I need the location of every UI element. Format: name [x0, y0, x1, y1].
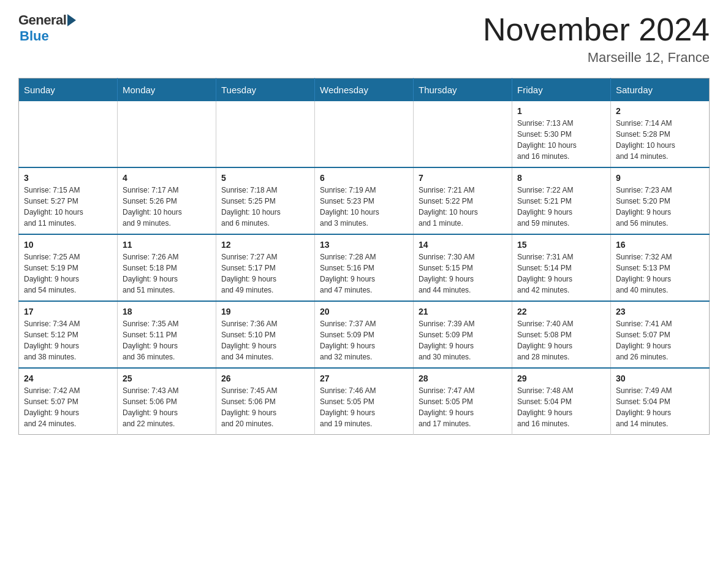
calendar-cell: 4Sunrise: 7:17 AM Sunset: 5:26 PM Daylig…: [118, 167, 216, 234]
calendar-cell: 14Sunrise: 7:30 AM Sunset: 5:15 PM Dayli…: [414, 234, 512, 301]
weekday-header-saturday: Saturday: [611, 79, 710, 102]
calendar-cell: 19Sunrise: 7:36 AM Sunset: 5:10 PM Dayli…: [216, 301, 315, 368]
week-row-2: 3Sunrise: 7:15 AM Sunset: 5:27 PM Daylig…: [19, 167, 710, 234]
day-sun-info: Sunrise: 7:23 AM Sunset: 5:20 PM Dayligh…: [616, 186, 672, 228]
calendar-cell: 6Sunrise: 7:19 AM Sunset: 5:23 PM Daylig…: [315, 167, 414, 234]
day-sun-info: Sunrise: 7:26 AM Sunset: 5:18 PM Dayligh…: [123, 253, 178, 294]
day-sun-info: Sunrise: 7:27 AM Sunset: 5:17 PM Dayligh…: [221, 253, 277, 294]
weekday-header-sunday: Sunday: [19, 79, 118, 102]
calendar-cell: [118, 101, 216, 167]
day-sun-info: Sunrise: 7:41 AM Sunset: 5:07 PM Dayligh…: [616, 320, 672, 361]
calendar-cell: 28Sunrise: 7:47 AM Sunset: 5:05 PM Dayli…: [414, 368, 512, 435]
weekday-header-tuesday: Tuesday: [216, 79, 315, 102]
day-number: 22: [517, 307, 605, 316]
calendar-cell: 3Sunrise: 7:15 AM Sunset: 5:27 PM Daylig…: [19, 167, 118, 234]
calendar-cell: 1Sunrise: 7:13 AM Sunset: 5:30 PM Daylig…: [512, 101, 611, 167]
calendar-cell: 5Sunrise: 7:18 AM Sunset: 5:25 PM Daylig…: [216, 167, 315, 234]
day-number: 6: [320, 173, 408, 183]
day-number: 3: [24, 173, 112, 183]
day-number: 8: [517, 173, 605, 183]
day-sun-info: Sunrise: 7:21 AM Sunset: 5:22 PM Dayligh…: [419, 186, 478, 228]
calendar-cell: [315, 101, 414, 167]
day-sun-info: Sunrise: 7:42 AM Sunset: 5:07 PM Dayligh…: [24, 386, 80, 428]
day-sun-info: Sunrise: 7:47 AM Sunset: 5:05 PM Dayligh…: [419, 386, 474, 428]
day-number: 27: [320, 373, 408, 383]
day-number: 12: [221, 240, 309, 250]
calendar-cell: [216, 101, 315, 167]
day-number: 20: [320, 307, 408, 316]
calendar-cell: 8Sunrise: 7:22 AM Sunset: 5:21 PM Daylig…: [512, 167, 611, 234]
day-number: 17: [24, 307, 112, 316]
day-number: 1: [517, 106, 605, 116]
day-sun-info: Sunrise: 7:37 AM Sunset: 5:09 PM Dayligh…: [320, 320, 376, 361]
day-number: 25: [123, 373, 211, 383]
day-number: 24: [24, 373, 112, 383]
logo-general-text: General: [18, 12, 66, 28]
calendar-cell: 29Sunrise: 7:48 AM Sunset: 5:04 PM Dayli…: [512, 368, 611, 435]
day-sun-info: Sunrise: 7:31 AM Sunset: 5:14 PM Dayligh…: [517, 253, 573, 294]
calendar-cell: 2Sunrise: 7:14 AM Sunset: 5:28 PM Daylig…: [611, 101, 710, 167]
calendar-table: SundayMondayTuesdayWednesdayThursdayFrid…: [18, 78, 710, 435]
day-number: 9: [616, 173, 704, 183]
day-number: 15: [517, 240, 605, 250]
day-number: 30: [616, 373, 704, 383]
calendar-cell: 22Sunrise: 7:40 AM Sunset: 5:08 PM Dayli…: [512, 301, 611, 368]
week-row-1: 1Sunrise: 7:13 AM Sunset: 5:30 PM Daylig…: [19, 101, 710, 167]
day-sun-info: Sunrise: 7:40 AM Sunset: 5:08 PM Dayligh…: [517, 320, 573, 361]
calendar-cell: 25Sunrise: 7:43 AM Sunset: 5:06 PM Dayli…: [118, 368, 216, 435]
calendar-cell: 20Sunrise: 7:37 AM Sunset: 5:09 PM Dayli…: [315, 301, 414, 368]
calendar-cell: 15Sunrise: 7:31 AM Sunset: 5:14 PM Dayli…: [512, 234, 611, 301]
calendar-cell: 21Sunrise: 7:39 AM Sunset: 5:09 PM Dayli…: [414, 301, 512, 368]
week-row-5: 24Sunrise: 7:42 AM Sunset: 5:07 PM Dayli…: [19, 368, 710, 435]
location-subtitle: Marseille 12, France: [483, 50, 710, 66]
day-number: 14: [419, 240, 507, 250]
page-header: General Blue November 2024 Marseille 12,…: [18, 12, 710, 66]
calendar-cell: 18Sunrise: 7:35 AM Sunset: 5:11 PM Dayli…: [118, 301, 216, 368]
day-sun-info: Sunrise: 7:36 AM Sunset: 5:10 PM Dayligh…: [221, 320, 277, 361]
day-sun-info: Sunrise: 7:13 AM Sunset: 5:30 PM Dayligh…: [517, 119, 577, 161]
day-sun-info: Sunrise: 7:30 AM Sunset: 5:15 PM Dayligh…: [419, 253, 474, 294]
day-number: 11: [123, 240, 211, 250]
calendar-cell: 30Sunrise: 7:49 AM Sunset: 5:04 PM Dayli…: [611, 368, 710, 435]
calendar-cell: 17Sunrise: 7:34 AM Sunset: 5:12 PM Dayli…: [19, 301, 118, 368]
title-block: November 2024 Marseille 12, France: [483, 12, 710, 66]
day-sun-info: Sunrise: 7:19 AM Sunset: 5:23 PM Dayligh…: [320, 186, 379, 228]
calendar-cell: [19, 101, 118, 167]
calendar-cell: [414, 101, 512, 167]
calendar-cell: 27Sunrise: 7:46 AM Sunset: 5:05 PM Dayli…: [315, 368, 414, 435]
day-sun-info: Sunrise: 7:34 AM Sunset: 5:12 PM Dayligh…: [24, 320, 80, 361]
day-number: 5: [221, 173, 309, 183]
day-number: 16: [616, 240, 704, 250]
day-number: 28: [419, 373, 507, 383]
day-sun-info: Sunrise: 7:39 AM Sunset: 5:09 PM Dayligh…: [419, 320, 474, 361]
calendar-cell: 12Sunrise: 7:27 AM Sunset: 5:17 PM Dayli…: [216, 234, 315, 301]
day-sun-info: Sunrise: 7:48 AM Sunset: 5:04 PM Dayligh…: [517, 386, 573, 428]
day-sun-info: Sunrise: 7:15 AM Sunset: 5:27 PM Dayligh…: [24, 186, 83, 228]
day-number: 23: [616, 307, 704, 316]
calendar-cell: 10Sunrise: 7:25 AM Sunset: 5:19 PM Dayli…: [19, 234, 118, 301]
day-number: 19: [221, 307, 309, 316]
calendar-cell: 7Sunrise: 7:21 AM Sunset: 5:22 PM Daylig…: [414, 167, 512, 234]
calendar-cell: 26Sunrise: 7:45 AM Sunset: 5:06 PM Dayli…: [216, 368, 315, 435]
day-number: 21: [419, 307, 507, 316]
weekday-header-friday: Friday: [512, 79, 611, 102]
day-number: 2: [616, 106, 704, 116]
day-sun-info: Sunrise: 7:32 AM Sunset: 5:13 PM Dayligh…: [616, 253, 672, 294]
calendar-cell: 13Sunrise: 7:28 AM Sunset: 5:16 PM Dayli…: [315, 234, 414, 301]
calendar-cell: 9Sunrise: 7:23 AM Sunset: 5:20 PM Daylig…: [611, 167, 710, 234]
day-sun-info: Sunrise: 7:49 AM Sunset: 5:04 PM Dayligh…: [616, 386, 672, 428]
week-row-3: 10Sunrise: 7:25 AM Sunset: 5:19 PM Dayli…: [19, 234, 710, 301]
month-title: November 2024: [483, 12, 710, 47]
day-sun-info: Sunrise: 7:46 AM Sunset: 5:05 PM Dayligh…: [320, 386, 376, 428]
day-number: 26: [221, 373, 309, 383]
logo: General Blue: [18, 12, 76, 44]
calendar-cell: 11Sunrise: 7:26 AM Sunset: 5:18 PM Dayli…: [118, 234, 216, 301]
day-sun-info: Sunrise: 7:43 AM Sunset: 5:06 PM Dayligh…: [123, 386, 178, 428]
day-number: 7: [419, 173, 507, 183]
calendar-cell: 24Sunrise: 7:42 AM Sunset: 5:07 PM Dayli…: [19, 368, 118, 435]
day-sun-info: Sunrise: 7:25 AM Sunset: 5:19 PM Dayligh…: [24, 253, 80, 294]
day-number: 13: [320, 240, 408, 250]
logo-blue-text: Blue: [20, 28, 49, 44]
calendar-cell: 16Sunrise: 7:32 AM Sunset: 5:13 PM Dayli…: [611, 234, 710, 301]
day-number: 10: [24, 240, 112, 250]
